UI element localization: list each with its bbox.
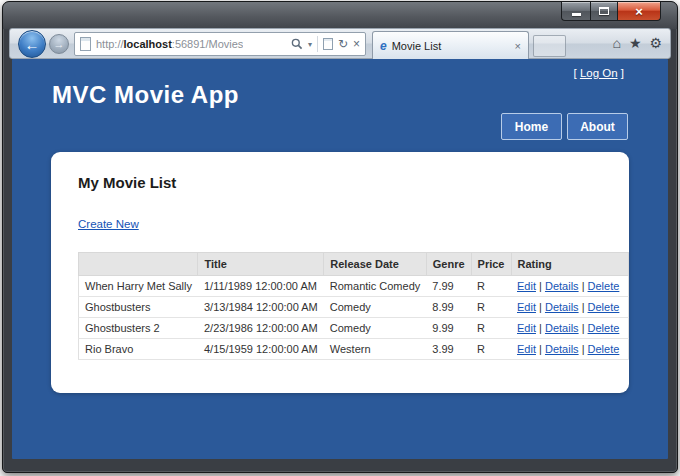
- cell-rating: R: [471, 276, 511, 297]
- movies-table: Title Release Date Genre Price Rating Wh…: [78, 252, 629, 360]
- minimize-button[interactable]: [561, 2, 590, 21]
- cell-price: 3.99: [426, 339, 471, 360]
- edit-link[interactable]: Edit: [517, 280, 536, 292]
- delete-link[interactable]: Delete: [588, 301, 620, 313]
- cell-release-date: 2/23/1986 12:00:00 AM: [198, 318, 324, 339]
- tools-gear-icon[interactable]: ⚙: [649, 36, 662, 50]
- cell-release-date: 3/13/1984 12:00:00 AM: [198, 297, 324, 318]
- close-icon: ×: [635, 5, 643, 18]
- compatibility-view-icon[interactable]: [323, 38, 333, 50]
- cell-actions: Edit | Details | Delete: [511, 339, 629, 360]
- table-row: Ghostbusters 3/13/1984 12:00:00 AM Comed…: [79, 297, 629, 318]
- refresh-icon[interactable]: ↻: [338, 38, 348, 50]
- cell-movie-name: When Harry Met Sally: [79, 276, 198, 297]
- details-link[interactable]: Details: [545, 280, 579, 292]
- logon-link[interactable]: Log On: [580, 67, 618, 79]
- table-row: Ghostbusters 2 2/23/1986 12:00:00 AM Com…: [79, 318, 629, 339]
- nav-home-button[interactable]: Home: [501, 113, 562, 140]
- cell-genre: Comedy: [324, 318, 426, 339]
- browser-chrome: ← → http://localhost:56891/Movies ▾ ↻ × …: [9, 28, 671, 59]
- action-separator: |: [582, 301, 585, 313]
- close-window-button[interactable]: ×: [617, 2, 661, 21]
- back-arrow-icon: ←: [25, 36, 40, 53]
- column-header-blank: [79, 253, 198, 276]
- back-button[interactable]: ←: [18, 30, 46, 58]
- cell-movie-name: Ghostbusters: [79, 297, 198, 318]
- column-header-genre: Genre: [426, 253, 471, 276]
- section-title: My Movie List: [78, 174, 176, 191]
- cell-price: 9.99: [426, 318, 471, 339]
- main-menu: Home About: [501, 113, 628, 140]
- action-separator: |: [539, 343, 542, 355]
- column-header-rating: Rating: [511, 253, 629, 276]
- home-icon[interactable]: ⌂: [612, 36, 620, 50]
- logon-area: [ Log On ]: [573, 67, 624, 79]
- minimize-icon: [572, 13, 581, 16]
- column-header-release-date: Release Date: [324, 253, 426, 276]
- edit-link[interactable]: Edit: [517, 301, 536, 313]
- cell-actions: Edit | Details | Delete: [511, 318, 629, 339]
- column-header-price: Price: [471, 253, 511, 276]
- address-bar[interactable]: http://localhost:56891/Movies ▾ ↻ ×: [74, 32, 366, 56]
- details-link[interactable]: Details: [545, 301, 579, 313]
- column-header-title: Title: [198, 253, 324, 276]
- cell-rating: R: [471, 339, 511, 360]
- nav-about-button[interactable]: About: [567, 113, 628, 140]
- cell-release-date: 4/15/1959 12:00:00 AM: [198, 339, 324, 360]
- site-favicon-icon: [80, 37, 91, 51]
- stop-icon[interactable]: ×: [353, 38, 360, 50]
- page-content: [ Log On ] MVC Movie App Home About My M…: [12, 59, 668, 459]
- edit-link[interactable]: Edit: [517, 343, 536, 355]
- delete-link[interactable]: Delete: [588, 322, 620, 334]
- cell-price: 8.99: [426, 297, 471, 318]
- app-title: MVC Movie App: [52, 81, 239, 109]
- tab-close-icon[interactable]: ×: [515, 40, 521, 52]
- details-link[interactable]: Details: [545, 343, 579, 355]
- cell-genre: Comedy: [324, 297, 426, 318]
- url-host: localhost: [124, 38, 172, 50]
- cell-actions: Edit | Details | Delete: [511, 276, 629, 297]
- maximize-icon: [599, 7, 609, 15]
- action-separator: |: [539, 301, 542, 313]
- content-panel: My Movie List Create New Title Release D…: [51, 152, 629, 393]
- cell-actions: Edit | Details | Delete: [511, 297, 629, 318]
- delete-link[interactable]: Delete: [588, 280, 620, 292]
- action-separator: |: [582, 322, 585, 334]
- url-text: http://localhost:56891/Movies: [96, 38, 243, 50]
- ie-favicon-icon: e: [380, 39, 387, 53]
- cell-genre: Romantic Comedy: [324, 276, 426, 297]
- browser-window: × ← → http://localhost:56891/Movies ▾ ↻ …: [2, 1, 678, 473]
- maximize-button[interactable]: [590, 2, 617, 21]
- address-bar-divider: [317, 36, 318, 52]
- action-separator: |: [582, 343, 585, 355]
- forward-button[interactable]: →: [49, 34, 69, 54]
- cell-release-date: 1/11/1989 12:00:00 AM: [198, 276, 324, 297]
- cell-movie-name: Rio Bravo: [79, 339, 198, 360]
- address-dropdown-icon[interactable]: ▾: [308, 40, 312, 49]
- cell-rating: R: [471, 318, 511, 339]
- cell-rating: R: [471, 297, 511, 318]
- cell-movie-name: Ghostbusters 2: [79, 318, 198, 339]
- tab-title: Movie List: [392, 40, 442, 52]
- table-row: Rio Bravo 4/15/1959 12:00:00 AM Western …: [79, 339, 629, 360]
- new-tab-button[interactable]: [533, 35, 566, 57]
- action-separator: |: [539, 322, 542, 334]
- favorites-star-icon[interactable]: ★: [629, 36, 642, 50]
- forward-arrow-icon: →: [54, 38, 65, 50]
- window-controls: ×: [561, 2, 661, 21]
- action-separator: |: [539, 280, 542, 292]
- delete-link[interactable]: Delete: [588, 343, 620, 355]
- table-header-row: Title Release Date Genre Price Rating: [79, 253, 629, 276]
- edit-link[interactable]: Edit: [517, 322, 536, 334]
- logon-bracket-close: ]: [618, 67, 624, 79]
- action-separator: |: [582, 280, 585, 292]
- cell-price: 7.99: [426, 276, 471, 297]
- details-link[interactable]: Details: [545, 322, 579, 334]
- cell-genre: Western: [324, 339, 426, 360]
- search-icon[interactable]: [291, 38, 303, 50]
- create-new-link[interactable]: Create New: [78, 218, 139, 230]
- url-scheme: http://: [96, 38, 124, 50]
- url-path: :56891/Movies: [172, 38, 244, 50]
- tab-movie-list[interactable]: e Movie List ×: [372, 31, 529, 60]
- table-row: When Harry Met Sally 1/11/1989 12:00:00 …: [79, 276, 629, 297]
